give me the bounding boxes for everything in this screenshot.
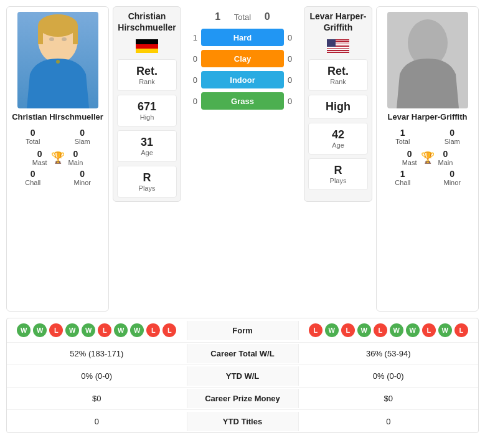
- stat-label-2: Career Prize Money: [187, 389, 299, 408]
- player1-slam-cell: 0 Slam: [60, 128, 105, 145]
- player1-name: Christian Hirschmueller: [12, 112, 103, 123]
- player2-plays-label: Plays: [311, 177, 365, 184]
- player1-high-label: High: [120, 113, 174, 121]
- player1-slam-value: 0: [60, 128, 105, 138]
- form-badge-w: W: [114, 323, 128, 337]
- player2-trophy-row: 0 Mast 🏆 0 Main: [380, 149, 474, 166]
- surface-section: 1 Total 0 1 Hard 0 0 Clay: [185, 6, 300, 202]
- stat-right-2: $0: [299, 389, 479, 408]
- player1-chall-label: Chall: [11, 179, 55, 186]
- player1-high-box: 671 High: [117, 95, 177, 126]
- player2-silhouette: [387, 12, 468, 108]
- form-left: WWLWWLWWLL: [7, 318, 187, 342]
- player1-total-cell: 0 Total: [11, 128, 55, 145]
- player2-minor-label: Minor: [430, 179, 475, 186]
- player1-flag: [136, 39, 158, 53]
- player2-photo: [387, 12, 468, 108]
- player2-high-box: High: [308, 95, 368, 119]
- player2-main-label: Main: [438, 159, 453, 166]
- player1-rank-value: Ret.: [120, 65, 174, 78]
- player1-card: Christian Hirschmueller 0 Total 0 Slam 0…: [6, 6, 109, 312]
- form-badge-l: L: [162, 323, 176, 337]
- svg-point-4: [49, 37, 54, 41]
- player1-mid-card: ChristianHirschmueller Ret. Rank 671 Hig…: [113, 6, 181, 202]
- stat-row-3: 0 YTD Titles 0: [7, 410, 478, 432]
- form-badge-l: L: [422, 323, 436, 337]
- form-badge-w: W: [82, 323, 95, 337]
- player2-mast-cell: 0 Mast: [402, 149, 417, 166]
- form-badge-l: L: [49, 323, 63, 337]
- main-container: Christian Hirschmueller 0 Total 0 Slam 0…: [0, 0, 485, 439]
- player2-bottom-stats: 1 Chall 0 Minor: [380, 169, 474, 186]
- stat-label-3: YTD Titles: [187, 412, 299, 431]
- form-badge-w: W: [390, 323, 403, 337]
- grass-score-right: 0: [288, 97, 300, 106]
- hard-bar: Hard: [201, 29, 284, 46]
- player1-slam-label: Slam: [60, 138, 105, 145]
- total-label: Total: [234, 12, 251, 22]
- player2-total-cell: 1 Total: [380, 128, 425, 145]
- player2-slam-value: 0: [430, 128, 475, 138]
- player2-mid-name: Levar Harper-Griffith: [308, 11, 368, 33]
- player1-silhouette: [17, 12, 98, 108]
- clay-surface-row: 0 Clay 0: [185, 50, 300, 67]
- player2-slam-label: Slam: [430, 138, 475, 145]
- player2-mast-label: Mast: [402, 159, 417, 166]
- middle-section: ChristianHirschmueller Ret. Rank 671 Hig…: [113, 6, 372, 202]
- form-left-badges: WWLWWLWWLL: [12, 323, 182, 337]
- stat-left-0: 52% (183-171): [7, 344, 187, 363]
- form-right-badges: LWLWLWWLWL: [304, 323, 474, 337]
- form-badge-l: L: [98, 323, 111, 337]
- player1-rank-label: Rank: [120, 78, 174, 85]
- player2-plays-value: R: [311, 164, 365, 177]
- svg-rect-3: [73, 26, 78, 44]
- player2-chall-label: Chall: [380, 179, 425, 186]
- player2-minor-cell: 0 Minor: [430, 169, 475, 186]
- player2-mid-card: Levar Harper-Griffith Ret. Rank High 4: [304, 6, 372, 202]
- stat-row-2: $0 Career Prize Money $0: [7, 388, 478, 410]
- form-badge-w: W: [406, 323, 420, 337]
- player2-total-value: 1: [380, 128, 425, 138]
- clay-score-right: 0: [288, 54, 300, 64]
- player1-plays-label: Plays: [120, 184, 174, 192]
- player2-trophy-icon: 🏆: [421, 151, 435, 164]
- stat-label-1: YTD W/L: [187, 366, 299, 386]
- player2-flag-container: [308, 39, 368, 53]
- svg-point-1: [38, 14, 78, 37]
- indoor-score-right: 0: [288, 75, 300, 85]
- total-surface-row: 1 Total 0: [185, 6, 300, 25]
- player2-plays-box: R Plays: [308, 158, 368, 190]
- player2-rank-value: Ret.: [311, 65, 365, 78]
- player1-plays-value: R: [120, 171, 174, 184]
- player1-plays-box: R Plays: [117, 166, 177, 198]
- indoor-surface-row: 0 Indoor 0: [185, 71, 300, 88]
- hard-surface-row: 1 Hard 0: [185, 29, 300, 46]
- clay-bar: Clay: [201, 50, 284, 67]
- player2-minor-value: 0: [430, 169, 475, 179]
- player1-age-value: 31: [120, 136, 174, 149]
- player1-age-label: Age: [120, 149, 174, 156]
- player2-total-label: Total: [380, 138, 425, 145]
- grass-label: Grass: [231, 97, 254, 106]
- form-badge-l: L: [341, 323, 355, 337]
- bottom-stats: WWLWWLWWLL Form LWLWLWWLWL 52% (183-171)…: [6, 318, 479, 433]
- player2-name: Levar Harper-Griffith: [388, 112, 468, 123]
- player1-main-value: 0: [68, 149, 83, 159]
- player2-chall-cell: 1 Chall: [380, 169, 425, 186]
- svg-point-6: [56, 60, 60, 64]
- player1-total-label: Total: [11, 138, 55, 145]
- player1-minor-label: Minor: [60, 179, 105, 186]
- player2-mast-value: 0: [402, 149, 417, 159]
- form-label: Form: [187, 321, 299, 340]
- player1-flag-container: [117, 39, 177, 53]
- player2-high-value: High: [311, 100, 365, 113]
- player2-slam-cell: 0 Slam: [430, 128, 475, 145]
- indoor-bar: Indoor: [201, 71, 284, 88]
- player1-photo: [17, 12, 98, 108]
- player1-bottom-stats: 0 Chall 0 Minor: [11, 169, 105, 186]
- player1-minor-value: 0: [60, 169, 105, 179]
- form-badge-l: L: [309, 323, 323, 337]
- player2-rank-label: Rank: [311, 78, 365, 85]
- player1-mast-cell: 0 Mast: [32, 149, 47, 166]
- form-badge-w: W: [357, 323, 371, 337]
